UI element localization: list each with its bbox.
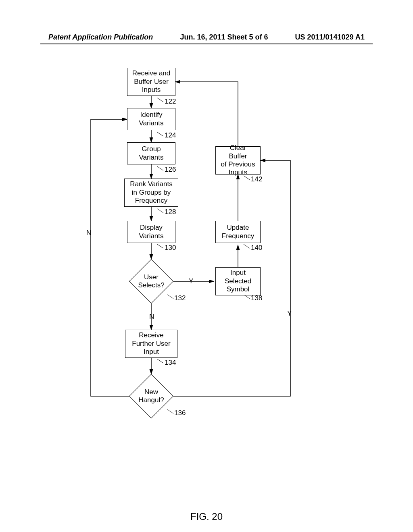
ref-136: 136 (174, 409, 186, 417)
flowchart-canvas: Receive andBuffer UserInputs 122 Identif… (0, 68, 413, 495)
box-update-frequency: UpdateFrequency (215, 221, 261, 243)
ref-138: 138 (251, 294, 262, 302)
header-right: US 2011/0141029 A1 (295, 33, 365, 42)
box-clear-buffer: Clear Bufferof PreviousInputs (215, 146, 261, 175)
box-receive-further: ReceiveFurther UserInput (125, 330, 177, 358)
box-text: UpdateFrequency (222, 224, 254, 240)
box-text: DisplayVariants (139, 224, 163, 240)
decision-new-hangul: NewHangul? (129, 374, 173, 418)
label-y-136: Y (287, 310, 292, 318)
box-display-variants: DisplayVariants (127, 221, 175, 243)
header-center: Jun. 16, 2011 Sheet 5 of 6 (180, 33, 268, 42)
header-left: Patent Application Publication (48, 33, 153, 42)
box-text: GroupVariants (139, 145, 163, 162)
ref-134: 134 (165, 359, 176, 367)
box-rank-variants: Rank Variantsin Groups byFrequency (124, 179, 178, 207)
box-group-variants: GroupVariants (127, 142, 175, 164)
ref-126: 126 (165, 166, 176, 174)
ref-122: 122 (165, 98, 176, 106)
box-text: Receive andBuffer UserInputs (132, 69, 171, 94)
box-text: Rank Variantsin Groups byFrequency (130, 180, 173, 205)
svg-line-10 (157, 98, 163, 102)
diamond-text: NewHangul? (138, 388, 164, 405)
decision-user-selects: UserSelects? (129, 259, 173, 303)
label-y-132: Y (189, 277, 193, 285)
patent-page: Patent Application Publication Jun. 16, … (0, 0, 413, 532)
box-text: ReceiveFurther UserInput (132, 331, 170, 356)
figure-label: FIG. 20 (0, 511, 413, 522)
svg-line-12 (157, 166, 163, 170)
svg-line-14 (157, 244, 163, 248)
label-n-132: N (149, 313, 154, 321)
box-input-selected: InputSelectedSymbol (215, 267, 261, 295)
svg-line-13 (157, 209, 163, 213)
ref-142: 142 (251, 175, 262, 183)
svg-line-16 (157, 359, 163, 363)
flowchart-arrows (0, 68, 413, 495)
box-identify-variants: IdentifyVariants (127, 108, 175, 130)
box-text: IdentifyVariants (139, 111, 163, 127)
ref-124: 124 (165, 131, 176, 139)
box-text: Clear Bufferof PreviousInputs (220, 144, 256, 177)
box-text: InputSelectedSymbol (225, 269, 251, 293)
diamond-text: UserSelects? (138, 273, 164, 290)
box-receive-buffer: Receive andBuffer UserInputs (127, 68, 175, 96)
page-header: Patent Application Publication Jun. 16, … (0, 33, 413, 42)
ref-132: 132 (174, 294, 186, 302)
header-rule (40, 44, 373, 44)
ref-140: 140 (251, 244, 262, 252)
ref-128: 128 (165, 208, 176, 216)
svg-line-19 (244, 244, 250, 248)
svg-line-11 (157, 132, 163, 136)
ref-130: 130 (165, 244, 176, 252)
label-n-136: N (86, 229, 91, 237)
